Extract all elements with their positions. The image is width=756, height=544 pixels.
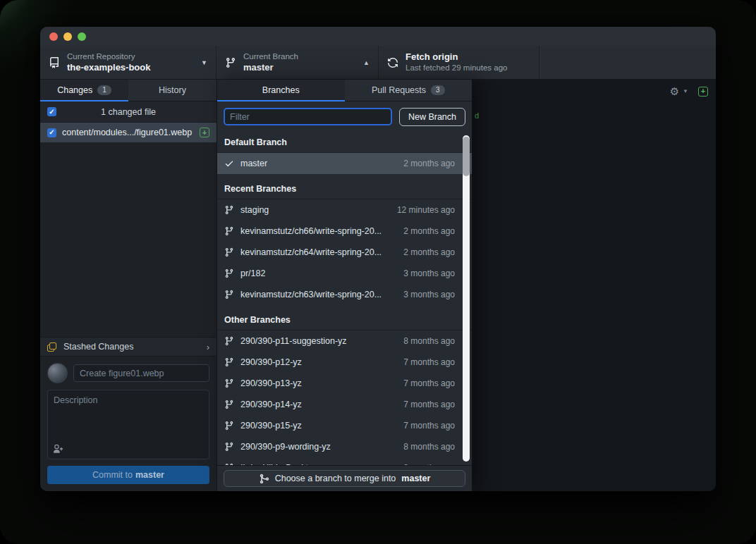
- section-header: Other Branches: [217, 309, 472, 330]
- tab-pull-requests-label: Pull Requests: [372, 85, 426, 95]
- branch-row[interactable]: kevinamstutz/ch63/write-spring-20... 3 m…: [217, 284, 472, 305]
- branch-name: 290/390-p14-yz: [240, 400, 302, 409]
- toolbar-spacer: [539, 46, 716, 79]
- branch-name: 290/390-p11-suggestion-yz: [240, 336, 347, 346]
- minimize-window-button[interactable]: [63, 32, 72, 41]
- changed-files-summary: 1 changed file: [101, 107, 156, 117]
- toolbar: Current Repository the-examples-book ▼ C…: [40, 46, 716, 80]
- branch-row[interactable]: 290/390-p14-yz 7 months ago: [217, 394, 472, 415]
- branch-row[interactable]: 290/390-p9-wording-yz 8 months ago: [217, 436, 472, 457]
- commit-summary-input[interactable]: [73, 364, 209, 382]
- git-branch-icon: [224, 205, 234, 215]
- tab-history[interactable]: History: [128, 80, 217, 101]
- current-repository-button[interactable]: Current Repository the-examples-book ▼: [40, 46, 217, 79]
- current-branch-label: Current Branch: [243, 51, 356, 61]
- branch-name: 290/390-p15-yz: [240, 421, 302, 431]
- branch-time: 7 months ago: [403, 357, 455, 367]
- diff-header-text-fragment: d: [475, 111, 479, 120]
- branch-time: 9 months ago: [403, 463, 455, 465]
- current-branch-value: master: [243, 62, 356, 73]
- pull-requests-count-badge: 3: [431, 85, 445, 95]
- branch-row[interactable]: IbrinaHilda-Desktop 9 months ago: [217, 457, 472, 465]
- branch-row[interactable]: kevinamstutz/ch64/write-spring-20... 2 m…: [217, 242, 472, 263]
- commit-button[interactable]: Commit to master: [47, 466, 209, 484]
- branch-row[interactable]: 290/390-p12-yz 7 months ago: [217, 352, 472, 373]
- commit-button-branch: master: [135, 470, 164, 480]
- diff-view-controls: ⚙ ▼ +: [670, 86, 708, 97]
- title-bar: [40, 27, 716, 46]
- sidebar-tabs: Changes 1 History: [40, 80, 217, 101]
- section-other-branches: Other Branches 290/390-p11-suggestion-yz…: [217, 309, 472, 465]
- popover-tabs: Branches Pull Requests 3: [217, 80, 472, 101]
- scrollbar-track[interactable]: [463, 135, 470, 462]
- scrollbar-thumb[interactable]: [463, 137, 470, 176]
- branch-name: master: [240, 159, 267, 168]
- branch-time: 3 months ago: [403, 290, 455, 299]
- branch-row[interactable]: kevinamstutz/ch66/write-spring-20... 2 m…: [217, 221, 472, 242]
- branch-name: kevinamstutz/ch63/write-spring-20...: [240, 290, 382, 299]
- close-window-button[interactable]: [49, 32, 58, 41]
- branch-row[interactable]: 290/390-p13-yz 7 months ago: [217, 373, 472, 394]
- merge-button-branch: master: [401, 474, 430, 483]
- section-header: Recent Branches: [217, 178, 472, 199]
- branch-name: kevinamstutz/ch66/write-spring-20...: [240, 226, 382, 236]
- changed-files-summary-row: ✓ 1 changed file: [40, 101, 217, 123]
- branch-name: staging: [240, 205, 269, 215]
- branch-filter-row: New Branch: [217, 101, 472, 132]
- branch-time: 3 months ago: [403, 268, 455, 278]
- branch-row[interactable]: pr/182 3 months ago: [217, 263, 472, 284]
- git-branch-icon: [224, 421, 234, 431]
- tab-pull-requests[interactable]: Pull Requests 3: [345, 80, 472, 101]
- add-coauthor-icon[interactable]: [53, 444, 63, 455]
- diff-view-area: d ⚙ ▼ +: [472, 80, 716, 491]
- tab-changes[interactable]: Changes 1: [40, 80, 128, 101]
- branch-filter-input[interactable]: [224, 108, 392, 125]
- changed-file-row[interactable]: ✓ content/modules.../figure01.webp +: [40, 123, 217, 142]
- current-branch-button[interactable]: Current Branch master ▲: [217, 46, 379, 79]
- select-all-checkbox[interactable]: ✓: [47, 107, 56, 116]
- file-added-status-icon: +: [698, 87, 708, 97]
- branch-row-master[interactable]: master 2 months ago: [217, 153, 472, 174]
- branch-name: 290/390-p9-wording-yz: [240, 442, 331, 452]
- git-branch-icon: [224, 442, 234, 452]
- merge-bar: Choose a branch to merge into master: [217, 465, 472, 491]
- changed-file-name: content/modules.../figure01.webp: [62, 128, 194, 137]
- changes-sidebar: Changes 1 History ✓ 1 changed file ✓ con…: [40, 80, 217, 491]
- commit-form: Commit to master: [40, 357, 217, 491]
- repo-icon: [49, 57, 60, 68]
- choose-branch-to-merge-button[interactable]: Choose a branch to merge into master: [224, 470, 465, 487]
- current-branch-text: Current Branch master: [243, 51, 356, 73]
- zoom-window-button[interactable]: [78, 32, 86, 41]
- fetch-origin-button[interactable]: Fetch origin Last fetched 29 minutes ago: [379, 46, 539, 79]
- branches-popover: Branches Pull Requests 3 New Branch Defa…: [217, 80, 472, 491]
- git-branch-icon: [224, 247, 234, 257]
- branch-row[interactable]: staging 12 minutes ago: [217, 199, 472, 221]
- content-area: Changes 1 History ✓ 1 changed file ✓ con…: [40, 80, 716, 491]
- branch-row[interactable]: 290/390-p15-yz 7 months ago: [217, 415, 472, 436]
- tab-branches[interactable]: Branches: [217, 80, 345, 101]
- commit-summary-row: [47, 363, 209, 383]
- merge-button-prefix: Choose a branch to merge into: [275, 474, 396, 483]
- commit-description-input[interactable]: [47, 390, 209, 459]
- branch-time: 7 months ago: [403, 400, 455, 409]
- fetch-origin-subtitle: Last fetched 29 minutes ago: [406, 63, 530, 73]
- chevron-up-icon: ▲: [363, 59, 370, 66]
- branch-name: 290/390-p12-yz: [240, 357, 302, 367]
- chevron-down-icon: ▼: [683, 88, 688, 94]
- section-header: Default Branch: [217, 132, 472, 153]
- git-branch-icon: [224, 400, 234, 409]
- gear-icon[interactable]: ⚙: [670, 86, 679, 97]
- commit-description-box: [47, 390, 209, 459]
- chevron-down-icon: ▼: [201, 59, 207, 66]
- file-checkbox[interactable]: ✓: [47, 128, 56, 137]
- commit-button-prefix: Commit to: [92, 470, 133, 480]
- new-branch-button[interactable]: New Branch: [399, 108, 465, 126]
- git-branch-icon: [224, 226, 234, 236]
- git-branch-icon: [224, 378, 234, 388]
- current-repository-value: the-examples-book: [67, 62, 194, 73]
- stashed-changes-row[interactable]: Stashed Changes ›: [40, 337, 217, 357]
- current-repository-text: Current Repository the-examples-book: [67, 51, 194, 73]
- stashed-changes-label: Stashed Changes: [63, 342, 133, 352]
- branch-row[interactable]: 290/390-p11-suggestion-yz 8 months ago: [217, 330, 472, 352]
- branch-time: 7 months ago: [403, 421, 455, 431]
